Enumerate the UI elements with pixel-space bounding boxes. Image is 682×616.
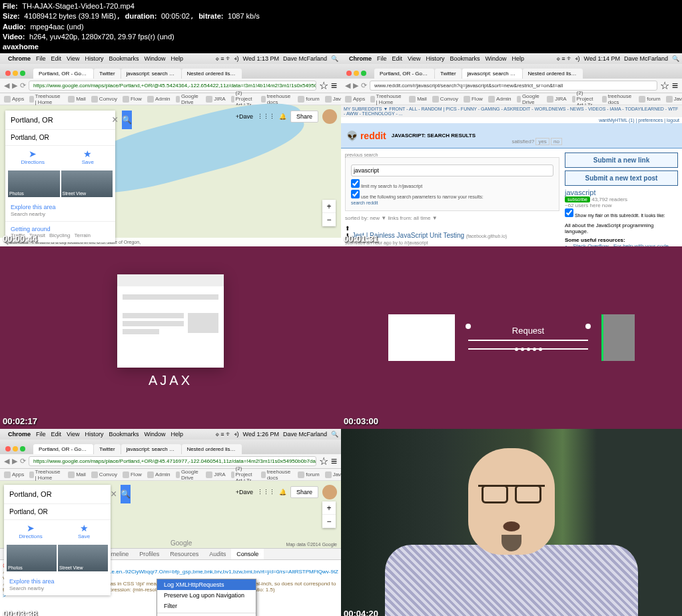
bookmark-item[interactable]: Treehouse | Home (29, 469, 63, 481)
bookmark-item[interactable]: treehouse docs (261, 469, 293, 481)
panel-devtools: Chrome FileEditViewHistoryBookmarksWindo… (0, 429, 341, 616)
console-context-menu: Log XMLHttpRequests Preserve Log upon Na… (157, 579, 256, 616)
forward-button[interactable]: ▶ (12, 81, 17, 90)
panel-maps-1: Chrome File Edit View History Bookmarks … (0, 53, 341, 246)
devtools-tab[interactable]: Console (231, 549, 264, 559)
file-name: TH-AJAX-Stage1-Video1-720.mp4 (22, 2, 135, 10)
bookmark-item[interactable]: Admin (488, 96, 512, 103)
bookmark-item[interactable]: JavaScript (666, 96, 682, 103)
bookmark-item[interactable]: Google Drive (517, 93, 542, 105)
location-name: Portland, OR (5, 129, 115, 145)
bookmark-item[interactable]: Treehouse | Home (370, 93, 404, 105)
streetview-thumb[interactable]: Street View (61, 170, 113, 197)
devtools-tab[interactable]: Profiles (134, 549, 165, 559)
panel-ajax: AJAX 00:02:17 (0, 246, 341, 429)
bookmark-item[interactable]: Mail (409, 96, 427, 103)
tab-maps[interactable]: Portland, OR - Google M... (33, 69, 93, 79)
search-button[interactable]: 🔍 (122, 111, 132, 129)
wifi-icon[interactable]: ⊗ ≡ ᯤ ◁) (216, 55, 239, 62)
video-codec: h264, yuv420p, 1280x720, 29.97 fps(r) (u… (29, 33, 174, 41)
bookmark-item[interactable]: Apps (4, 471, 24, 478)
bookmark-item[interactable]: Convoy (91, 96, 117, 103)
server-box (601, 314, 635, 361)
favorite-icon[interactable]: ☆ (319, 79, 328, 92)
file-size: 41089412 bytes (39.19 MiB) (24, 12, 116, 20)
tab-search[interactable]: javascript: search results (121, 69, 181, 79)
bookmark-item[interactable]: Apps (4, 96, 24, 103)
mac-menubar: Chrome File Edit View History Bookmarks … (0, 53, 341, 64)
zoom-out-button[interactable]: − (322, 213, 336, 226)
search-input[interactable] (5, 112, 108, 128)
bookmark-item[interactable]: Admin (147, 471, 170, 478)
bookmark-item[interactable]: JavaScript (325, 96, 341, 103)
reddit-logo[interactable]: 👽 reddit (346, 131, 386, 141)
submit-link-button[interactable]: Submit a new link (565, 153, 678, 168)
avatar[interactable] (322, 109, 337, 124)
source: avaxhome (3, 43, 39, 51)
bookmark-item[interactable]: Mail (68, 471, 86, 478)
menu-icon[interactable]: ≡ (331, 80, 337, 92)
clear-icon[interactable]: × (108, 114, 122, 126)
tab-twitter[interactable]: Twitter (94, 69, 121, 79)
bookmark-item[interactable]: JIRA (206, 471, 225, 478)
ajax-label: AJAX (117, 373, 224, 388)
bookmark-item[interactable]: JavaScript (325, 471, 341, 478)
bookmark-item[interactable]: forum (639, 96, 660, 103)
bookmark-item[interactable]: forum (298, 96, 319, 103)
audio-codec: mpeg4aac (und) (30, 23, 83, 31)
ajax-browser-mockup (117, 274, 224, 368)
submit-text-button[interactable]: Submit a new text post (565, 170, 678, 186)
bookmark-item[interactable]: Convoy (91, 471, 117, 478)
devtools-tab[interactable]: Audits (204, 549, 231, 559)
panel-presenter: 00:04:20 (341, 429, 682, 616)
bookmark-item[interactable]: Flow (464, 96, 483, 103)
presenter-person (385, 448, 638, 616)
bookmark-item[interactable]: Convoy (432, 96, 458, 103)
bookmark-item[interactable]: Flow (123, 96, 142, 103)
notifications-icon[interactable]: 🔔 (279, 113, 286, 120)
panel-reddit: Chrome File Edit View History Bookmarks … (341, 53, 682, 246)
share-button[interactable]: Share (290, 111, 318, 123)
url-input[interactable]: https://www.google.com/maps/place/Portla… (29, 456, 316, 466)
back-button[interactable]: ◀ (4, 81, 9, 90)
client-box (388, 314, 455, 361)
explore-area[interactable]: Explore this area Search nearby (5, 200, 115, 221)
minimize-icon[interactable] (13, 71, 18, 76)
bookmark-item[interactable]: JIRA (206, 96, 225, 103)
bookmark-item[interactable]: forum (298, 471, 319, 478)
log-xhr-item[interactable]: Log XMLHttpRequests (157, 579, 256, 590)
url-input[interactable]: https://www.google.com/maps/place/Portla… (29, 81, 316, 91)
reddit-search-input[interactable] (351, 164, 553, 176)
search-icon[interactable]: 🔍 (331, 55, 338, 62)
url-input[interactable]: www.reddit.com/r/javascript/search?q=jav… (370, 81, 657, 91)
apps-icon[interactable]: ⋮⋮⋮ (257, 113, 275, 120)
bookmark-item[interactable]: Apps (345, 96, 365, 103)
bookmark-item[interactable]: Treehouse | Home (29, 93, 63, 105)
devtools-tab[interactable]: Resources (165, 549, 204, 559)
subreddit-bar[interactable]: MY SUBREDDITS ▼ FRONT - ALL - RANDOM | P… (341, 105, 682, 117)
save-button[interactable]: ★Save (61, 146, 116, 168)
reload-button[interactable]: ⟳ (20, 81, 26, 90)
bookmark-item[interactable]: treehouse docs (602, 93, 634, 105)
close-icon[interactable] (5, 71, 11, 76)
bookmark-item[interactable]: Google Drive (176, 469, 201, 481)
zoom-in-button[interactable]: + (322, 200, 336, 213)
panel-request: Request 00:03:00 (341, 246, 682, 429)
photos-thumb[interactable]: Photos (8, 170, 60, 197)
subscribe-button[interactable]: subscribe (565, 196, 590, 202)
tab-nested[interactable]: Nested ordered list inside (182, 69, 242, 79)
maps-search-panel: × 🔍 Portland, OR ➤Directions ★Save Photo… (5, 111, 115, 242)
bookmark-item[interactable]: Google Drive (176, 93, 201, 105)
bookmark-item[interactable]: Admin (147, 96, 170, 103)
bookmark-item[interactable]: Mail (68, 96, 86, 103)
bookmark-item[interactable]: JIRA (547, 96, 566, 103)
bookmark-item[interactable]: Flow (123, 471, 142, 478)
directions-button[interactable]: ➤Directions (5, 146, 61, 168)
maximize-icon[interactable] (20, 71, 25, 76)
